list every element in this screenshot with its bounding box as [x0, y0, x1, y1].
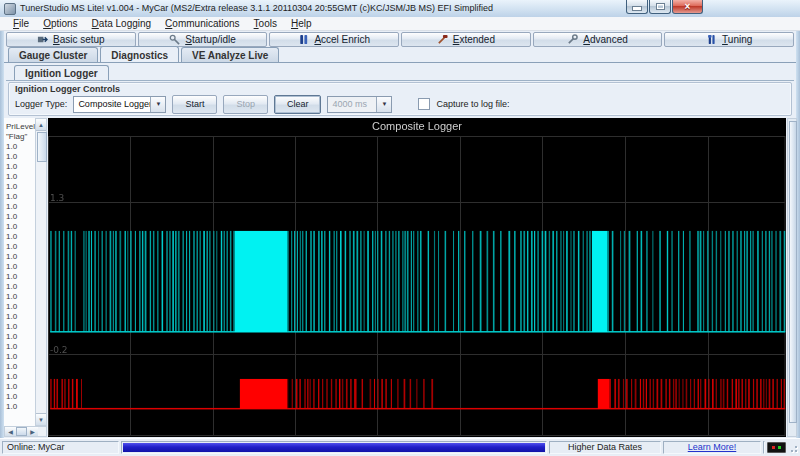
chevron-down-icon: ▼ [376, 97, 391, 112]
tab-diagnostics[interactable]: Diagnostics [100, 46, 179, 62]
logger-type-select[interactable]: Composite Logger ▼ [73, 96, 166, 113]
main-tab-bar: Gauge Cluster Diagnostics VE Analyze Liv… [4, 48, 796, 62]
window-controls: × [625, 0, 703, 14]
menu-bar: File Options Data Logging Communications… [0, 17, 800, 31]
channel-header-2: "Flag" [6, 132, 35, 142]
learn-more-link[interactable]: Learn More! [688, 442, 737, 452]
logger-type-label: Logger Type: [15, 99, 67, 109]
tab-ignition-logger[interactable]: Ignition Logger [14, 65, 109, 80]
enrich-bottles-icon [298, 34, 309, 45]
basic-setup-button[interactable]: Basic setup [6, 32, 136, 47]
channel-value: 1.0 [6, 172, 35, 182]
tab-gauge-cluster[interactable]: Gauge Cluster [8, 47, 98, 62]
hammer-icon [437, 34, 448, 45]
gauge-hand-icon [37, 34, 48, 45]
learn-more-cell: Learn More! [663, 441, 761, 454]
menu-data-logging[interactable]: Data Logging [85, 18, 159, 29]
channel-value: 1.0 [6, 152, 35, 162]
plot-title: Composite Logger [48, 120, 786, 132]
group-title: Ignition Logger Controls [15, 84, 120, 94]
minimize-icon [632, 6, 642, 11]
menu-help[interactable]: Help [284, 18, 319, 29]
data-rate-progress [121, 441, 547, 454]
channel-value: 1.0 [6, 252, 35, 262]
resize-grip[interactable] [788, 442, 798, 453]
plot-vertical-scrollbar[interactable] [787, 118, 797, 437]
maximize-button[interactable] [649, 0, 671, 14]
maximize-icon [656, 3, 665, 10]
diagnostics-pane: Ignition Logger Ignition Logger Controls… [4, 62, 796, 439]
close-icon: × [685, 1, 691, 12]
channel-value: 1.0 [6, 362, 35, 372]
tuning-button[interactable]: Tuning [664, 32, 794, 47]
capture-checkbox[interactable] [418, 98, 430, 110]
tuning-tools-icon [706, 34, 717, 45]
higher-data-rates-label: Higher Data Rates [549, 441, 661, 454]
channel-value: 1.0 [6, 182, 35, 192]
menu-options[interactable]: Options [36, 18, 84, 29]
inner-pane-border [6, 80, 794, 81]
scroll-up-arrow-icon[interactable]: ▲ [36, 119, 46, 131]
controls-row: Logger Type: Composite Logger ▼ Start St… [15, 95, 509, 113]
rx-led-icon [772, 446, 775, 449]
stop-button[interactable]: Stop [223, 95, 268, 114]
channel-value: 1.0 [6, 322, 35, 332]
accel-enrich-button[interactable]: Accel Enrich [269, 32, 399, 47]
channel-value: 1.0 [6, 372, 35, 382]
channel-horizontal-scrollbar[interactable]: ◀ ▶ [4, 426, 47, 437]
plot-scroll-thumb[interactable] [789, 121, 797, 423]
channel-value: 1.0 [6, 342, 35, 352]
channel-value: 1.0 [6, 352, 35, 362]
minimize-button[interactable] [626, 0, 648, 14]
tx-led-icon [778, 446, 781, 449]
extended-button[interactable]: Extended [401, 32, 531, 47]
close-button[interactable]: × [672, 0, 703, 14]
channel-value: 1.0 [6, 382, 35, 392]
status-bar: Online: MyCar Higher Data Rates Learn Mo… [0, 438, 800, 455]
channel-value: 1.0 [6, 202, 35, 212]
startup-idle-button[interactable]: Startup/idle [138, 32, 268, 47]
app-icon [4, 3, 16, 15]
menu-file[interactable]: File [6, 18, 36, 29]
channel-value: 1.0 [6, 392, 35, 402]
channel-value: 1.0 [6, 402, 35, 412]
window-title: TunerStudio MS Lite! v1.004 - MyCar (MS2… [20, 3, 493, 13]
channel-value: 1.0 [6, 232, 35, 242]
composite-logger-plot: Composite Logger [48, 118, 786, 437]
tab-ve-analyze-live[interactable]: VE Analyze Live [181, 47, 279, 62]
menu-communications[interactable]: Communications [158, 18, 247, 29]
channel-value: 1.0 [6, 262, 35, 272]
start-button[interactable]: Start [172, 95, 217, 114]
channel-value: 1.0 [6, 332, 35, 342]
channel-header: PriLevel [6, 122, 35, 132]
status-spacer [763, 441, 765, 454]
scroll-right-arrow-icon[interactable]: ▶ [27, 427, 38, 436]
channel-value: 1.0 [6, 162, 35, 172]
spark-plug-icon [169, 34, 180, 45]
scroll-down-arrow-icon[interactable]: ▼ [36, 413, 46, 425]
channel-vertical-scrollbar[interactable]: ▲ ▼ [35, 118, 47, 426]
progress-fill [123, 443, 545, 452]
title-bar: TunerStudio MS Lite! v1.004 - MyCar (MS2… [0, 0, 800, 18]
capture-label: Capture to log file: [436, 99, 509, 109]
scroll-left-arrow-icon[interactable]: ◀ [5, 427, 16, 436]
channel-value: 1.0 [6, 282, 35, 292]
channel-value: 1.0 [6, 192, 35, 202]
advanced-button[interactable]: Advanced [533, 32, 663, 47]
comm-activity-indicator [767, 442, 786, 453]
ignition-logger-controls-group: Ignition Logger Controls Logger Type: Co… [8, 82, 792, 116]
clear-button[interactable]: Clear [274, 95, 322, 114]
channel-value: 1.0 [6, 312, 35, 322]
vertical-scroll-thumb[interactable] [37, 132, 47, 162]
wrench-icon [567, 34, 578, 45]
horizontal-scroll-thumb[interactable] [16, 427, 27, 436]
interval-select[interactable]: 4000 ms ▼ [327, 96, 392, 113]
menu-tools[interactable]: Tools [247, 18, 284, 29]
channel-values-list: 1.01.01.01.01.01.01.01.01.01.01.01.01.01… [6, 142, 35, 412]
logger-trace-canvas [48, 118, 786, 437]
channel-value: 1.0 [6, 302, 35, 312]
channel-value: 1.0 [6, 242, 35, 252]
channel-label-panel: PriLevel "Flag" 1.01.01.01.01.01.01.01.0… [4, 118, 35, 426]
channel-value: 1.0 [6, 142, 35, 152]
chevron-down-icon: ▼ [150, 97, 165, 112]
